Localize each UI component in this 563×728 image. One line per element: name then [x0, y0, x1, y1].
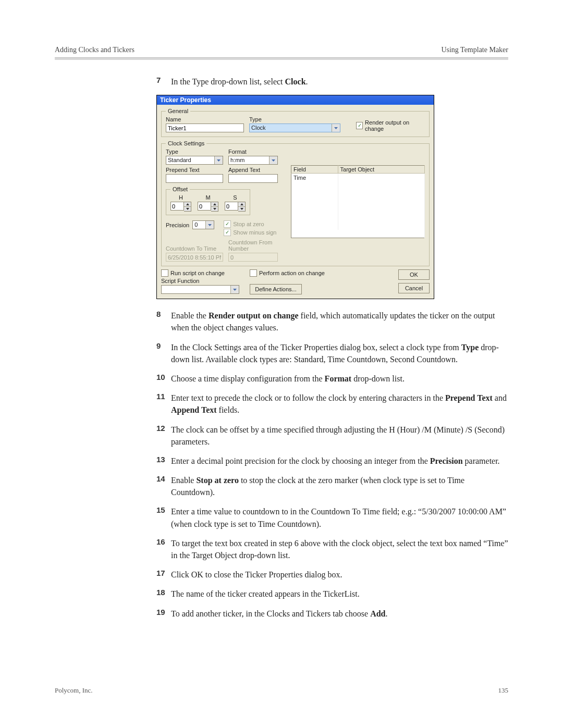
step-16: 16 To target the text box created in ste… — [156, 537, 508, 561]
ticker-properties-dialog: Ticker Properties General Name Type Cloc… — [156, 95, 434, 299]
append-input[interactable] — [228, 174, 278, 183]
define-actions-button[interactable]: Define Actions... — [250, 284, 302, 294]
step-19: 19 To add another ticker, in the Clocks … — [156, 608, 508, 620]
step-text: In the Type drop-down list, select Clock… — [171, 76, 508, 88]
offset-s-spinner[interactable] — [225, 202, 246, 212]
precision-select[interactable]: 0 — [192, 220, 214, 229]
arrow-down-icon — [211, 206, 218, 211]
arrow-up-icon — [211, 202, 218, 206]
step-13: 13 Enter a decimal point precision for t… — [156, 455, 508, 467]
stop-at-zero-checkbox: Stop at zero — [224, 220, 276, 228]
render-output-checkbox[interactable]: Render output on change — [356, 119, 425, 132]
offset-h-spinner[interactable] — [170, 202, 191, 212]
script-function-label: Script Function — [161, 278, 239, 284]
general-group: General Name Type Clock — [161, 108, 430, 137]
checkbox-icon — [250, 269, 257, 277]
script-function-select[interactable] — [161, 285, 239, 294]
offset-h-label: H — [179, 194, 183, 201]
step-17: 17 Click OK to close the Ticker Properti… — [156, 569, 508, 581]
header-left: Adding Clocks and Tickers — [55, 46, 134, 54]
cancel-button[interactable]: Cancel — [398, 283, 430, 293]
svg-marker-5 — [213, 203, 216, 205]
ok-button[interactable]: OK — [398, 269, 430, 280]
arrow-down-icon — [184, 206, 191, 211]
countdown-to-time-label: Countdown To Time — [166, 245, 223, 252]
svg-marker-1 — [217, 159, 221, 162]
step-9: 9 In the Clock Settings area of the Tick… — [156, 341, 508, 365]
type-main-select[interactable]: Clock — [249, 124, 340, 132]
show-minus-checkbox: Show minus sign — [224, 229, 276, 236]
step-14: 14 Enable Stop at zero to stop the clock… — [156, 474, 508, 498]
run-script-checkbox[interactable]: Run script on change — [161, 269, 239, 277]
perform-action-checkbox[interactable]: Perform action on change — [250, 269, 325, 277]
name-label: Name — [166, 116, 244, 122]
clock-settings-group: Clock Settings Type Standard — [161, 140, 430, 266]
clock-type-select[interactable]: Standard — [166, 156, 223, 165]
svg-marker-3 — [186, 203, 189, 205]
chevron-down-icon — [214, 156, 223, 164]
countdown-from-number-label: Countdown From Number — [228, 239, 285, 252]
precision-label: Precision — [166, 222, 189, 228]
chevron-down-icon — [230, 286, 239, 293]
header-right: Using Template Maker — [441, 46, 508, 54]
svg-marker-7 — [240, 203, 243, 205]
target-table[interactable]: Field Target Object Time — [291, 165, 425, 238]
step-11: 11 Enter text to precede the clock or to… — [156, 392, 508, 416]
step-10: 10 Choose a time display configuration f… — [156, 373, 508, 385]
svg-marker-8 — [240, 208, 243, 210]
clock-type-label: Type — [166, 149, 223, 155]
general-legend: General — [166, 108, 190, 114]
offset-legend: Offset — [170, 186, 190, 192]
dialog-titlebar: Ticker Properties — [157, 95, 434, 105]
prepend-label: Prepend Text — [166, 167, 223, 173]
step-7: 7 In the Type drop-down list, select Clo… — [156, 76, 508, 88]
chevron-down-icon — [332, 124, 340, 132]
svg-marker-4 — [186, 208, 189, 210]
prepend-input[interactable] — [166, 174, 223, 183]
checkbox-checked-icon — [224, 220, 231, 228]
type-main-label: Type — [249, 116, 340, 122]
arrow-down-icon — [238, 206, 245, 211]
checkbox-checked-icon — [356, 122, 363, 129]
clock-settings-legend: Clock Settings — [166, 140, 206, 146]
svg-marker-10 — [233, 289, 237, 291]
svg-marker-0 — [334, 127, 338, 129]
svg-marker-6 — [213, 208, 216, 210]
table-header-field: Field — [291, 166, 338, 174]
checkbox-icon — [161, 269, 168, 277]
svg-marker-9 — [208, 224, 212, 226]
page-number: 135 — [498, 686, 509, 695]
step-8: 8 Enable the Render output on change fie… — [156, 310, 508, 334]
append-label: Append Text — [228, 167, 278, 173]
table-header-target: Target Object — [338, 166, 424, 174]
footer-left: Polycom, Inc. — [55, 686, 93, 695]
table-row[interactable]: Time — [291, 174, 425, 182]
format-select[interactable]: h:mm — [228, 156, 278, 165]
offset-group: Offset H M — [166, 186, 250, 215]
name-input[interactable] — [166, 124, 244, 132]
checkbox-checked-icon — [224, 229, 231, 236]
step-num: 7 — [156, 76, 171, 84]
chevron-down-icon — [205, 221, 214, 229]
format-label: Format — [228, 149, 278, 155]
offset-s-label: S — [233, 194, 237, 201]
svg-marker-2 — [272, 159, 275, 162]
arrow-up-icon — [238, 202, 245, 206]
offset-m-spinner[interactable] — [198, 202, 218, 212]
step-12: 12 The clock can be offset by a time spe… — [156, 424, 508, 448]
step-18: 18 The name of the ticker created appear… — [156, 588, 508, 600]
step-15: 15 Enter a time value to countdown to in… — [156, 505, 508, 529]
countdown-from-number-input — [228, 253, 278, 262]
chevron-down-icon — [269, 156, 277, 164]
arrow-up-icon — [184, 202, 191, 206]
offset-m-label: M — [205, 194, 210, 201]
countdown-to-time-input — [166, 253, 223, 262]
